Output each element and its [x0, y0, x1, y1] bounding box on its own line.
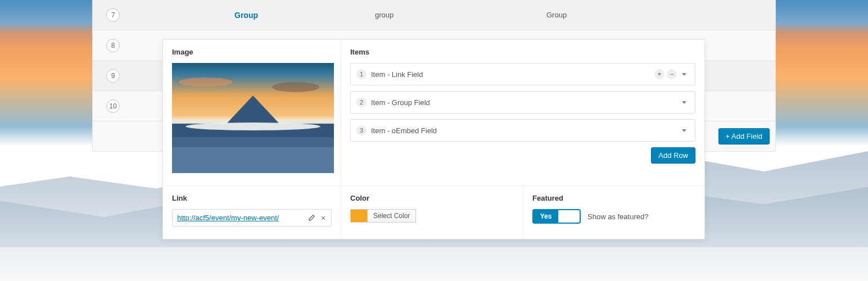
link-url[interactable]: http://acf5/event/my-new-event/: [177, 214, 303, 222]
remove-icon[interactable]: −: [667, 69, 677, 79]
field-name: group: [375, 11, 546, 19]
chevron-down-icon[interactable]: [682, 101, 686, 104]
row-number: 10: [106, 99, 120, 113]
color-title: Color: [350, 194, 514, 202]
select-color-button[interactable]: Select Color: [368, 209, 416, 223]
field-label[interactable]: Group: [133, 11, 375, 20]
items-title: Items: [350, 48, 695, 56]
item-row[interactable]: 1 Item - Link Field + −: [350, 63, 695, 85]
item-row[interactable]: 2 Item - Group Field: [350, 91, 695, 114]
featured-toggle[interactable]: Yes: [532, 209, 581, 224]
toggle-on-label: Yes: [534, 210, 558, 223]
admin-container: 7 Group group Group 8 Clone clone Clone …: [92, 0, 776, 152]
row-number: 7: [106, 8, 120, 22]
item-label: Item - Group Field: [371, 98, 675, 107]
image-thumbnail[interactable]: [172, 63, 334, 173]
close-icon[interactable]: [320, 215, 327, 221]
add-icon[interactable]: +: [654, 69, 664, 79]
item-number: 2: [356, 97, 367, 107]
row-number: 9: [106, 69, 120, 83]
featured-title: Featured: [532, 194, 695, 202]
item-label: Item - Link Field: [371, 70, 650, 79]
link-pane: Link http://acf5/event/my-new-event/: [163, 186, 341, 239]
add-field-button[interactable]: + Add Field: [718, 128, 770, 144]
add-row-button[interactable]: Add Row: [651, 147, 695, 164]
color-swatch[interactable]: [350, 209, 368, 223]
link-title: Link: [172, 194, 332, 202]
item-number: 1: [356, 69, 367, 79]
editor-card: Image Items 1 Item - Link Field: [162, 39, 705, 239]
svg-point-1: [272, 82, 319, 92]
item-row[interactable]: 3 Item - oEmbed Field: [350, 119, 695, 142]
svg-point-2: [179, 78, 233, 87]
featured-pane: Featured Yes Show as featured?: [523, 186, 704, 239]
image-title: Image: [172, 48, 332, 56]
featured-label: Show as featured?: [587, 212, 648, 221]
chevron-down-icon[interactable]: [682, 129, 686, 132]
image-pane: Image: [163, 40, 341, 186]
field-type: Group: [546, 11, 693, 19]
item-label: Item - oEmbed Field: [371, 126, 675, 135]
svg-point-0: [186, 123, 320, 130]
item-number: 3: [356, 125, 367, 135]
edit-icon[interactable]: [308, 214, 315, 222]
items-pane: Items 1 Item - Link Field + − 2 Item - G…: [341, 40, 704, 186]
row-number: 8: [106, 39, 120, 52]
field-row[interactable]: 7 Group group Group: [93, 0, 775, 30]
chevron-down-icon[interactable]: [682, 73, 686, 76]
color-pane: Color Select Color: [341, 186, 523, 239]
toggle-knob: [558, 211, 578, 221]
link-box: http://acf5/event/my-new-event/: [172, 209, 332, 226]
